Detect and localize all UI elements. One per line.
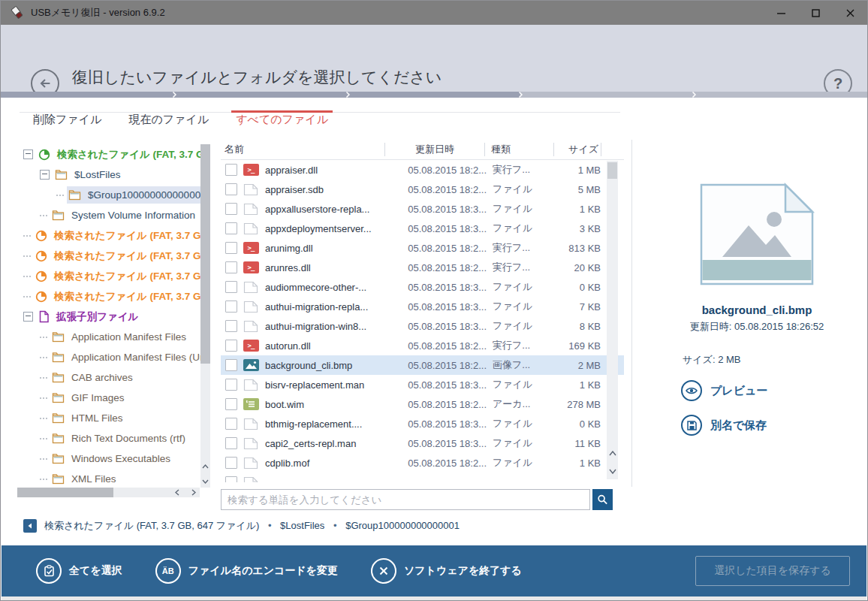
tree-hscroll-thumb[interactable]	[17, 488, 113, 497]
file-type: ファイル	[487, 456, 556, 470]
file-date: 05.08.2015 18:3...	[382, 301, 487, 313]
tree-item[interactable]: GIF Images	[17, 388, 210, 408]
column-header-1[interactable]: 名前	[221, 143, 385, 156]
close-button[interactable]	[833, 1, 867, 25]
tree-item[interactable]: 検索されたファイル (FAT, 3.7 G	[17, 144, 210, 165]
tree-item[interactable]: Rich Text Documents (rtf)	[17, 428, 210, 448]
tree-item[interactable]: Application Manifest Files	[17, 327, 210, 347]
tab-2[interactable]: 現在のファイル	[128, 102, 209, 127]
search-input[interactable]	[221, 489, 590, 510]
tree-item[interactable]: 拡張子別ファイル	[17, 307, 210, 327]
file-row[interactable]: bisrv-replacement.man05.08.2015 18:3...フ…	[221, 375, 624, 394]
tab-3[interactable]: すべてのファイル	[236, 102, 328, 127]
file-checkbox[interactable]	[225, 222, 237, 234]
file-row[interactable]: >_appraiser.dll05.08.2015 18:2...実行フ...1…	[221, 160, 624, 180]
search-button[interactable]	[592, 489, 613, 510]
file-row[interactable]: appxalluserstore-repla...05.08.2015 18:3…	[221, 199, 624, 219]
file-name: boot.wim	[265, 399, 382, 410]
column-header-4[interactable]: サイズ	[554, 143, 601, 156]
file-checkbox[interactable]	[225, 203, 237, 215]
file-row[interactable]: boot.wim05.08.2015 18:2...アーカ...278 MB	[221, 394, 624, 414]
file-list-header: 名前更新日時種類サイズ	[221, 140, 624, 160]
tree-item[interactable]: System Volume Information	[17, 205, 210, 225]
collapse-tree-icon[interactable]	[23, 519, 37, 533]
file-row[interactable]: bthmig-replacement....05.08.2015 18:3...…	[221, 414, 624, 433]
file-row[interactable]: audiommecore-other-...05.08.2015 18:3...…	[221, 277, 624, 297]
tree-vertical-scrollbar[interactable]	[200, 144, 210, 488]
select-all-button[interactable]: 全てを選択	[36, 558, 122, 584]
file-checkbox[interactable]	[225, 476, 237, 482]
save-as-link[interactable]: 別名で保存	[681, 415, 868, 436]
file-checkbox[interactable]	[225, 281, 237, 293]
tree-item[interactable]: XML Files	[17, 469, 210, 489]
preview-link[interactable]: プレビュー	[681, 380, 868, 401]
tree-vscroll-thumb[interactable]	[200, 144, 210, 364]
maximize-button[interactable]	[798, 1, 833, 25]
tree-item[interactable]: 検索されたファイル (FAT, 3.7 G	[17, 225, 210, 246]
progress-chevron-icon	[519, 92, 523, 98]
file-row[interactable]: capi2_certs-repl.man05.08.2015 18:3...ファ…	[221, 433, 624, 453]
tree-collapse-box[interactable]	[40, 170, 50, 180]
file-checkbox[interactable]	[225, 300, 237, 313]
tree-item[interactable]: Windows Executables	[17, 448, 210, 469]
progress-segment	[694, 92, 867, 98]
tree-item[interactable]: $LostFiles	[17, 165, 210, 185]
column-header-2[interactable]: 更新日時	[385, 143, 485, 156]
tree-collapse-box[interactable]	[23, 149, 33, 159]
file-row[interactable]: appxdeploymentserver...05.08.2015 18:3..…	[221, 219, 624, 238]
file-checkbox[interactable]	[225, 320, 237, 332]
list-scroll-up-icon[interactable]	[607, 446, 618, 460]
file-row[interactable]	[221, 473, 624, 482]
tree-collapse-box[interactable]	[23, 312, 33, 322]
list-scroll-down-icon[interactable]	[607, 464, 618, 478]
file-checkbox[interactable]	[225, 359, 237, 371]
file-checkbox[interactable]	[225, 183, 237, 195]
exit-button[interactable]: ソフトウェアを終了する	[371, 558, 522, 584]
tree-branch-dots	[40, 337, 41, 338]
file-name: authui-migration-win8...	[265, 321, 382, 332]
tree-item[interactable]: CAB archives	[17, 367, 210, 388]
column-header-3[interactable]: 種類	[485, 143, 554, 156]
tree-item[interactable]: 検索されたファイル (FAT, 3.7 G	[17, 246, 210, 266]
tree-item[interactable]: 検索されたファイル (FAT, 3.7 G	[17, 286, 210, 307]
tree-horizontal-scrollbar[interactable]	[17, 488, 200, 497]
tree-item[interactable]: 検索されたファイル (FAT, 3.7 G	[17, 266, 210, 286]
file-row[interactable]: appraiser.sdb05.08.2015 18:2...ファイル5 MB	[221, 180, 624, 199]
file-type: ファイル	[487, 183, 556, 196]
file-row[interactable]: authui-migration-repla...05.08.2015 18:3…	[221, 297, 624, 316]
file-checkbox[interactable]	[225, 437, 237, 449]
tree-item[interactable]: $Group100000000000001	[17, 185, 210, 205]
file-checkbox[interactable]	[225, 457, 237, 469]
file-checkbox[interactable]	[225, 398, 237, 410]
list-vscroll-thumb[interactable]	[607, 162, 617, 179]
file-row[interactable]: >_arunres.dll05.08.2015 18:2...実行フ...20 …	[221, 258, 624, 277]
file-row[interactable]: >_autorun.dll05.08.2015 18:2...実行フ...169…	[221, 336, 624, 355]
floppy-icon	[681, 415, 702, 436]
tree-scroll-left-icon[interactable]	[171, 488, 183, 497]
file-checkbox[interactable]	[225, 242, 237, 254]
file-row[interactable]: authui-migration-win8...05.08.2015 18:3.…	[221, 316, 624, 336]
tree-item[interactable]: HTML Files	[17, 408, 210, 428]
change-encoding-button[interactable]: ÄB ファイル名のエンコードを変更	[155, 558, 338, 584]
folder-icon	[52, 210, 65, 221]
list-vertical-scrollbar[interactable]	[607, 161, 618, 479]
minimize-button[interactable]	[764, 1, 798, 25]
tree-item-label: 検索されたファイル (FAT, 3.7 G	[51, 228, 203, 244]
file-checkbox[interactable]	[225, 261, 237, 273]
file-checkbox[interactable]	[225, 418, 237, 430]
tree-scroll-right-icon[interactable]	[188, 488, 200, 497]
file-checkbox[interactable]	[225, 164, 237, 176]
tree-scroll-down-icon[interactable]	[200, 476, 210, 488]
file-row[interactable]: background_cli.bmp05.08.2015 18:2...画像フ.…	[221, 355, 624, 375]
tree-item[interactable]: Application Manifest Files (Uni	[17, 347, 210, 367]
save-selected-button[interactable]: 選択した項目を保存する	[695, 556, 850, 586]
file-row[interactable]: cdplib.mof05.08.2015 18:2...ファイル1 KB	[221, 453, 624, 473]
file-checkbox[interactable]	[225, 340, 237, 352]
tree-scroll-up-icon[interactable]	[200, 461, 210, 473]
folder-icon	[52, 331, 65, 343]
file-row[interactable]: >_arunimg.dll05.08.2015 18:2...実行フ...813…	[221, 238, 624, 258]
file-checkbox[interactable]	[225, 379, 237, 391]
tab-1[interactable]: 削除ファイル	[33, 102, 101, 127]
progress-chevron-icon	[346, 92, 350, 98]
tree-item-label: Application Manifest Files (Uni	[68, 350, 210, 364]
